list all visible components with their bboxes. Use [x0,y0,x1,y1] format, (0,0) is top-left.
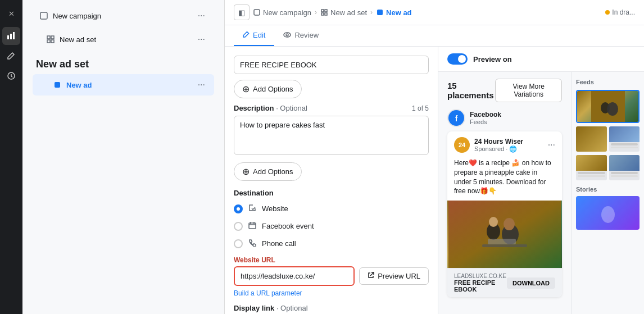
radio-website-label: Website [262,204,288,213]
fb-post-info: 24 Hours Wiser Sponsored · 🌐 [474,138,543,153]
campaign-dots[interactable]: ··· [196,10,207,22]
chart-icon [7,31,16,42]
edit-button[interactable] [2,47,20,65]
destination-radio-group: Website Facebook event [234,202,429,251]
main-content: ◧ New campaign › [225,0,644,314]
feed-thumb-small-4[interactable] [609,155,640,180]
description-textarea[interactable] [234,116,429,155]
description-counter: 1 of 5 [412,104,429,112]
sidebar-item-campaign[interactable]: New campaign ··· [33,5,214,26]
post-menu-dots[interactable]: ··· [548,140,555,150]
breadcrumb-adset[interactable]: New ad set [320,8,367,17]
clock-button[interactable] [2,67,20,85]
breadcrumb-bar: ◧ New campaign › [225,0,644,25]
nav-header: New campaign ··· New ad set [22,0,224,101]
form-panel: ⊕ Add Options Description · Optional 1 o… [225,47,438,314]
radio-circle-website [234,204,243,213]
fb-cta-area: LEADSLUXE.CO.KE FREE RECIPE EBOOK DOWNLO… [447,268,562,297]
ad-label: New ad [66,81,92,89]
post-author: 24 Hours Wiser [474,138,543,145]
svg-rect-4 [40,12,47,19]
preview-panel: Preview on 15 placements View More Varia… [438,47,644,314]
feed-thumb-small-2[interactable] [609,126,640,152]
fb-event-icon [248,221,256,231]
feed-thumbnail-selected[interactable] [576,90,640,123]
svg-rect-5 [47,36,50,39]
breadcrumb-campaign[interactable]: New campaign [253,8,311,17]
add-options-button-2[interactable]: ⊕ Add Options [234,162,302,181]
breadcrumb-campaign-label: New campaign [263,8,311,17]
description-label-row: Description · Optional 1 of 5 [234,104,429,112]
feed-thumb-row-1 [576,126,640,152]
svg-point-24 [489,217,498,227]
clock-icon [7,72,15,81]
radio-website[interactable]: Website [234,202,429,216]
feed-thumb-small-1[interactable] [576,126,607,152]
placements-title: 15 placements [447,81,495,100]
svg-rect-27 [482,244,527,247]
fb-platform-label: Facebook [470,111,501,119]
svg-rect-14 [325,13,327,15]
svg-point-26 [504,218,515,230]
edit-tabs: Edit Review [225,25,644,47]
destination-label: Destination [234,189,429,197]
fb-platform-info: Facebook Feeds [470,111,501,125]
add-options-label-1: Add Options [253,85,293,93]
preview-url-button[interactable]: Preview URL [359,267,429,285]
tab-edit[interactable]: Edit [234,25,274,46]
sidebar-item-adset[interactable]: New ad set ··· [33,29,214,50]
breadcrumb-ad[interactable]: New ad [376,8,412,17]
adset-label: New ad set [60,35,96,44]
story-thumbnail[interactable] [576,196,640,230]
radio-phone-call[interactable]: Phone call [234,236,429,251]
svg-rect-2 [13,32,15,39]
add-options-button-1[interactable]: ⊕ Add Options [234,80,302,98]
radio-fb-event-label: Facebook event [262,222,314,230]
svg-rect-18 [249,223,256,229]
fb-domain: LEADSLUXE.CO.KE [454,273,507,279]
sidebar-toggle-button[interactable]: ◧ [234,4,250,20]
breadcrumb-sep-1: › [315,8,317,16]
radio-circle-fb-event [234,222,243,231]
view-more-button[interactable]: View More Variations [495,79,562,102]
plus-icon-2: ⊕ [242,166,250,177]
fb-download-button[interactable]: DOWNLOAD [507,277,555,289]
post-body-text: Here❤️ is a recipe 🍰 on how to prepare a… [447,158,562,201]
nav-item-left: New ad [53,80,92,89]
add-options-label-2: Add Options [253,167,293,176]
url-input[interactable] [234,266,355,286]
adset-breadcrumb-icon [320,8,328,16]
campaign-breadcrumb-icon [253,8,261,16]
edit-pencil-icon [243,31,250,39]
review-eye-icon [283,31,291,39]
preview-toggle[interactable] [447,53,468,65]
ad-icon [53,80,62,89]
feed-thumb-small-3[interactable] [576,155,607,180]
fb-feeds-sub-label: Feeds [470,119,501,125]
ebook-title-input[interactable] [234,56,429,74]
tab-edit-label: Edit [253,31,265,39]
phone-icon [248,239,256,248]
adset-heading: New ad set [29,52,217,72]
chart-button[interactable] [2,27,20,45]
svg-rect-28 [488,239,516,244]
svg-point-32 [601,206,615,223]
close-button[interactable]: ✕ [2,4,20,22]
url-param-link[interactable]: Build a URL parameter [234,289,302,297]
svg-text:f: f [455,114,458,123]
adset-dots[interactable]: ··· [196,33,207,45]
ad-dots[interactable]: ··· [196,79,207,91]
nav-item-left: New campaign [39,11,101,20]
post-image [447,201,562,268]
fb-avatar: f [447,109,465,127]
close-icon: ✕ [8,10,15,18]
description-label: Description · Optional [234,104,307,112]
content-split: ⊕ Add Options Description · Optional 1 o… [225,47,644,314]
edit-icon [7,52,15,61]
status-dot [605,10,610,15]
radio-facebook-event[interactable]: Facebook event [234,219,429,233]
tab-review-label: Review [294,31,319,39]
tab-review[interactable]: Review [274,25,328,46]
sidebar-item-ad[interactable]: New ad ··· [33,74,214,95]
feeds-column: Feeds [571,72,644,314]
